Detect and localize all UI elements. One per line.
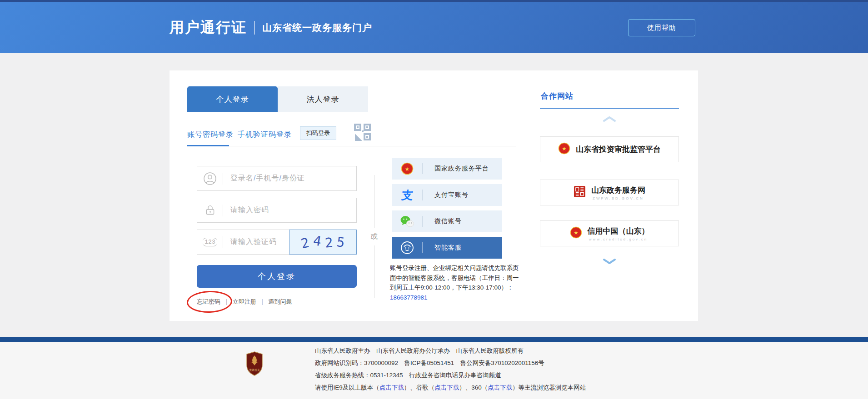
user-icon: [197, 172, 223, 185]
method-tab-sms[interactable]: 手机验证码登录: [238, 130, 292, 140]
brand: 用户通行证 山东省统一政务服务门户: [170, 2, 372, 53]
placeholder-text: 身份证: [282, 174, 305, 182]
numbers-glyph: 123: [203, 238, 217, 246]
badge-label: 党政机关: [249, 368, 260, 372]
partner-investment-platform[interactable]: ★ 山东省投资审批监管平台: [540, 136, 679, 162]
emblem-star: ★: [574, 230, 578, 235]
national-emblem-icon: ★: [392, 162, 422, 175]
partner-name: 信用中国（山东）: [588, 226, 649, 236]
footer-line-hotline: 省级政务服务热线：0531-12345 行政业务咨询电话见办事咨询频道: [315, 369, 586, 381]
browser-note-text: ）等主流浏览器浏览本网站: [512, 384, 586, 391]
partner-name: 山东省投资审批监管平台: [576, 144, 661, 155]
register-link[interactable]: 立即注册: [233, 298, 256, 306]
national-emblem-icon: ★: [570, 226, 582, 240]
customer-service-icon: [392, 240, 422, 255]
username-field[interactable]: 登录名/手机号/身份证: [197, 166, 357, 191]
forgot-password-link[interactable]: 忘记密码: [197, 298, 220, 306]
note-text: 账号登录注册、企业绑定相关问题请优先联系页面中的智能客服系统，客服电话（工作日：…: [390, 265, 519, 291]
password-field[interactable]: 请输入密码: [197, 198, 357, 223]
tab-corporate-login[interactable]: 法人登录: [278, 86, 368, 112]
sso-divider: [422, 242, 423, 253]
footer-line-icp: 政府网站识别码：3700000092 鲁ICP备05051451 鲁公网安备37…: [315, 357, 586, 369]
partner-text: 山东政务服务网 ZWFW.SD.GOV.CN: [591, 185, 645, 200]
brand-subtitle: 山东省统一政务服务门户: [262, 21, 372, 34]
sso-label: 智能客服: [434, 244, 462, 252]
browser-note-text: 请使用IE9及以上版本（: [315, 384, 379, 391]
sso-label: 国家政务服务平台: [434, 165, 489, 173]
or-divider: 或: [369, 175, 379, 298]
browser-note-text: ）、谷歌（: [404, 384, 435, 391]
sso-divider: [422, 190, 423, 200]
sso-wechat[interactable]: 微信账号: [392, 210, 502, 232]
alipay-icon: 支: [392, 188, 422, 203]
sso-smart-customer-service[interactable]: 智能客服: [392, 237, 502, 259]
download-link-ie[interactable]: 点击下载: [379, 384, 404, 391]
footer-text-block: 山东省人民政府主办 山东省人民政府办公厅承办 山东省人民政府版权所有 政府网站识…: [315, 345, 586, 394]
login-page: 用户通行证 山东省统一政务服务门户 使用帮助 个人登录 法人登录 账号密码登录 …: [0, 0, 868, 405]
sso-label: 支付宝账号: [434, 191, 469, 199]
link-separator: ｜: [224, 298, 229, 306]
captcha-field[interactable]: 123 请输入验证码: [197, 230, 289, 255]
helper-links: 忘记密码 ｜ 立即注册 ｜ 遇到问题: [197, 298, 292, 306]
method-tab-password[interactable]: 账号密码登录: [187, 130, 234, 140]
seal-icon: [574, 185, 586, 200]
customer-service-note: 账号登录注册、企业绑定相关问题请优先联系页面中的智能客服系统，客服电话（工作日：…: [390, 263, 522, 302]
placeholder-text: 登录名: [230, 174, 254, 182]
chevron-up-icon[interactable]: [540, 116, 679, 122]
qr-code-icon[interactable]: [354, 123, 372, 144]
footer-bottom-strip: [0, 399, 868, 405]
service-phone-link[interactable]: 18663778981: [390, 294, 428, 301]
method-tab-scan-qr[interactable]: 扫码登录: [300, 126, 336, 140]
partner-sites-panel: 合作网站 ★ 山东省投资审批监管平台: [540, 91, 679, 291]
chevron-down-icon[interactable]: [540, 258, 679, 265]
partner-text: 山东省投资审批监管平台: [576, 144, 661, 155]
footer: 党政机关 山东省人民政府主办 山东省人民政府办公厅承办 山东省人民政府版权所有 …: [0, 342, 868, 399]
captcha-placeholder: 请输入验证码: [230, 237, 277, 247]
browser-note-text: ）、360（: [459, 384, 488, 391]
help-button[interactable]: 使用帮助: [628, 19, 695, 36]
placeholder-text: 手机号: [256, 174, 279, 182]
or-label: 或: [371, 228, 378, 245]
captcha-image[interactable]: 2 4 2 5: [289, 230, 357, 255]
sso-label: 微信账号: [434, 217, 462, 225]
alipay-glyph: 支: [400, 188, 414, 203]
partner-zwfw-site[interactable]: 山东政务服务网 ZWFW.SD.GOV.CN: [540, 180, 679, 205]
tab-personal-login[interactable]: 个人登录: [187, 86, 278, 112]
emblem-star: ★: [562, 146, 566, 151]
partner-credit-china[interactable]: ★ 信用中国（山东） www.creditsd.gov.cn: [540, 220, 679, 246]
captcha-digit: 2: [299, 235, 310, 251]
problems-link[interactable]: 遇到问题: [268, 298, 292, 306]
numbers-icon: 123: [197, 238, 223, 246]
personal-login-button[interactable]: 个人登录: [197, 265, 357, 288]
download-link-chrome[interactable]: 点击下载: [434, 384, 459, 391]
method-divider-line: [187, 146, 516, 146]
partner-text: 信用中国（山东） www.creditsd.gov.cn: [588, 226, 649, 241]
government-badge-icon: 党政机关: [245, 351, 264, 378]
lock-icon: [197, 204, 223, 216]
login-card: 个人登录 法人登录 账号密码登录 手机验证码登录 扫码登录: [170, 70, 698, 321]
partners-underline: [540, 108, 679, 109]
divider-line: [374, 175, 374, 228]
wechat-icon: [392, 215, 422, 228]
footer-line-browser: 请使用IE9及以上版本（点击下载）、谷歌（点击下载）、360（点击下载）等主流浏…: [315, 381, 586, 394]
field-divider: [223, 236, 223, 248]
username-placeholder: 登录名/手机号/身份证: [230, 174, 305, 183]
national-emblem-icon: ★: [558, 142, 570, 156]
field-divider: [223, 205, 223, 216]
divider-line: [374, 245, 374, 298]
sso-divider: [422, 216, 423, 227]
partner-subtitle: ZWFW.SD.GOV.CN: [593, 196, 644, 200]
brand-separator: [254, 21, 255, 35]
field-divider: [223, 173, 223, 185]
sso-options: ★ 国家政务服务平台 支 支付宝账号: [392, 158, 502, 263]
captcha-digit: 5: [336, 234, 345, 250]
sso-national-platform[interactable]: ★ 国家政务服务平台: [392, 158, 502, 180]
emblem-star: ★: [405, 166, 410, 172]
sso-alipay[interactable]: 支 支付宝账号: [392, 184, 502, 206]
active-method-underline: [187, 145, 229, 146]
link-separator: ｜: [259, 298, 265, 306]
download-link-360[interactable]: 点击下载: [488, 384, 512, 391]
password-placeholder: 请输入密码: [230, 205, 269, 215]
header-banner: 用户通行证 山东省统一政务服务门户 使用帮助: [0, 2, 868, 53]
footer-divider-bar: [0, 337, 868, 342]
